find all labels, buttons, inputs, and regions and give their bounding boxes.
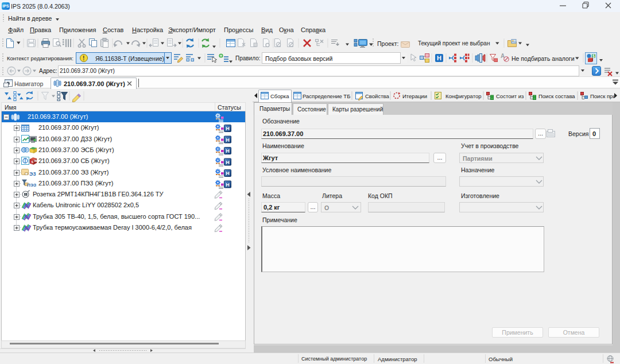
svg-text:H: H (226, 126, 230, 131)
svg-text:H: H (437, 55, 441, 61)
svg-text:W: W (34, 159, 38, 162)
svg-text:S: S (32, 160, 34, 164)
svg-text:ПЭЗ: ПЭЗ (27, 183, 36, 188)
svg-text:Э3: Э3 (29, 171, 36, 177)
